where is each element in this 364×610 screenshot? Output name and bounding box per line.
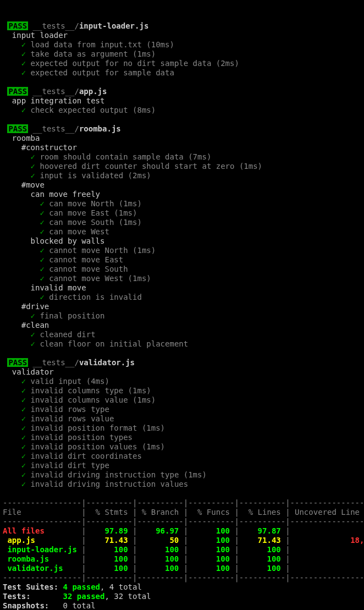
test-label: invalid columns value (1ms) (31, 395, 156, 404)
check-icon: ✓ (40, 293, 44, 301)
test-label: can move North (1ms) (49, 199, 142, 208)
test-label: invalid rows value (31, 414, 114, 423)
test-label: load data from input.txt (10ms) (31, 40, 174, 49)
summary-snapshots-value: 0 total (63, 601, 96, 610)
coverage-branch: 96.97 (137, 526, 179, 535)
coverage-funcs: 100 (188, 545, 230, 554)
coverage-lines: 97.87 (239, 526, 281, 535)
coverage-lines: 71.43 (239, 536, 281, 545)
check-icon: ✓ (21, 68, 26, 77)
suite-dir: __tests__/ (33, 358, 79, 367)
test-label: room should contain sample data (7ms) (40, 152, 211, 161)
check-icon: ✓ (40, 227, 44, 236)
summary-snapshots-label: Snapshots: (3, 601, 63, 610)
test-label: check expected output (8ms) (31, 106, 156, 114)
check-icon: ✓ (21, 433, 26, 442)
suite-file: validator.js (79, 358, 135, 367)
test-label: final position (40, 311, 104, 320)
test-label: expected output for no dirt sample data … (31, 59, 239, 68)
check-icon: ✓ (21, 480, 26, 488)
describe-label: #move (21, 180, 45, 189)
suite-dir: __tests__/ (33, 124, 79, 133)
test-label: invalid position values (1ms) (31, 442, 165, 451)
check-icon: ✓ (21, 442, 26, 451)
check-icon: ✓ (21, 470, 26, 479)
test-label: invalid position types (31, 433, 133, 442)
test-label: expected output for sample data (31, 68, 174, 77)
test-label: valid input (4ms) (31, 377, 109, 386)
test-label: invalid columns type (1ms) (31, 386, 151, 395)
test-label: cannot move West (1ms) (49, 274, 151, 283)
summary-suites-label: Test Suites: (3, 582, 63, 591)
pass-badge: PASS (7, 87, 28, 96)
test-label: invalid position format (1ms) (31, 424, 165, 432)
coverage-stmts: 100 (86, 554, 128, 563)
summary-tests-total: , 32 total (104, 592, 151, 601)
test-label: invalid dirt coordinates (31, 452, 142, 460)
coverage-stmts: 97.89 (86, 526, 128, 535)
check-icon: ✓ (40, 274, 44, 283)
check-icon: ✓ (31, 339, 35, 348)
check-icon: ✓ (40, 246, 44, 255)
test-label: invalid driving instruction type (1ms) (31, 470, 207, 479)
check-icon: ✓ (40, 218, 44, 227)
coverage-lines: 100 (239, 545, 281, 554)
check-icon: ✓ (31, 311, 35, 320)
describe-label: #clean (21, 321, 49, 329)
pass-badge: PASS (7, 358, 28, 367)
check-icon: ✓ (21, 405, 26, 414)
check-icon: ✓ (21, 386, 26, 395)
test-label: can move South (1ms) (49, 218, 142, 227)
coverage-separator: -----------------|----------|----------|… (3, 498, 364, 507)
test-label: hoovered dirt counter should start at ze… (40, 162, 262, 171)
check-icon: ✓ (21, 452, 26, 460)
coverage-header: File | % Stmts | % Branch | % Funcs | % … (3, 508, 364, 516)
suite-file: input-loader.js (79, 21, 148, 30)
check-icon: ✓ (31, 152, 35, 161)
coverage-uncovered (290, 564, 364, 573)
coverage-file: validator.js (3, 564, 77, 573)
check-icon: ✓ (21, 414, 26, 423)
check-icon: ✓ (31, 330, 35, 339)
coverage-file: All files (3, 526, 77, 535)
check-icon: ✓ (31, 162, 35, 171)
pass-badge: PASS (7, 124, 28, 133)
coverage-branch: 100 (137, 554, 179, 563)
suite-file: roomba.js (79, 124, 121, 133)
check-icon: ✓ (40, 208, 44, 217)
check-icon: ✓ (40, 255, 44, 264)
coverage-lines: 100 (239, 564, 281, 573)
summary-suites-total: , 4 total (100, 582, 142, 591)
coverage-stmts: 100 (86, 545, 128, 554)
test-label: can move West (49, 227, 109, 236)
coverage-branch: 100 (137, 564, 179, 573)
describe-label: blocked by walls (31, 237, 105, 245)
coverage-stmts: 100 (86, 564, 128, 573)
summary-tests-label: Tests: (3, 592, 63, 601)
check-icon: ✓ (21, 377, 26, 386)
test-label: cannot move East (49, 255, 123, 264)
coverage-separator: -----------------|----------|----------|… (3, 517, 364, 526)
describe-label: roomba (12, 134, 40, 142)
suite-file: app.js (79, 87, 107, 96)
test-label: invalid rows type (31, 405, 109, 414)
coverage-branch: 50 (137, 536, 179, 545)
test-label: cleaned dirt (40, 330, 95, 339)
describe-label: #drive (21, 302, 49, 311)
test-label: cannot move North (1ms) (49, 246, 156, 255)
terminal-output: PASS __tests__/input-loader.js input loa… (3, 21, 361, 610)
describe-label: input loader (12, 31, 68, 40)
check-icon: ✓ (21, 424, 26, 432)
describe-label: invalid move (31, 283, 86, 292)
check-icon: ✓ (40, 265, 44, 273)
summary-tests-passed: 32 passed (63, 592, 105, 601)
check-icon: ✓ (21, 461, 26, 470)
check-icon: ✓ (40, 199, 44, 208)
check-icon: ✓ (31, 171, 35, 180)
check-icon: ✓ (21, 59, 26, 68)
coverage-uncovered (290, 554, 364, 563)
coverage-uncovered (290, 526, 364, 535)
coverage-lines: 100 (239, 554, 281, 563)
describe-label: #constructor (21, 143, 77, 152)
describe-label: can move freely (31, 190, 100, 199)
